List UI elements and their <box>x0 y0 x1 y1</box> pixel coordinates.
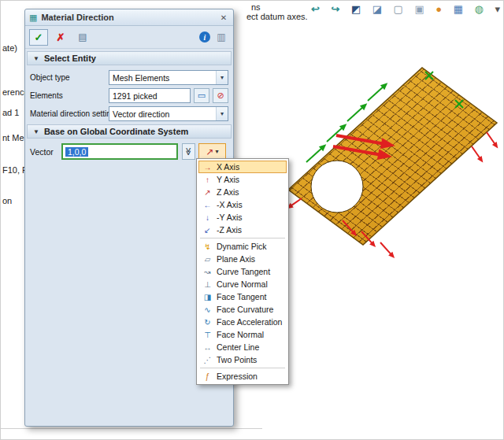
shaded-view-icon[interactable]: ◪ <box>372 2 382 17</box>
menu-separator <box>200 368 285 368</box>
vector-label: Vector <box>30 147 61 157</box>
menu-item-center-line[interactable]: ↔ Center Line <box>198 341 287 353</box>
clear-selection-icon[interactable]: ⊘ <box>213 88 228 103</box>
neg-z-axis-icon: ↙ <box>202 226 213 235</box>
menu-item-label: Y Axis <box>217 175 239 184</box>
menu-item-two-points[interactable]: ⋰ Two Points <box>198 353 287 366</box>
two-points-icon: ⋰ <box>202 356 213 364</box>
section-select-entity[interactable]: ▼ Select Entity <box>27 51 232 65</box>
menu-item-face-tangent[interactable]: ◨ Face Tangent <box>198 290 287 303</box>
constraint-arrow-green <box>365 80 390 103</box>
section-base-coordinate-system[interactable]: ▼ Base on Global Coordinate System <box>27 124 232 139</box>
menu-item-curve-normal[interactable]: ⊥ Curve Normal <box>198 278 287 290</box>
apply-button[interactable]: ▤ <box>73 29 92 46</box>
cancel-button[interactable]: ✗ <box>51 29 70 46</box>
report-icon[interactable]: ▥ <box>213 29 229 46</box>
menu-item-z-axis[interactable]: ↗ Z Axis <box>198 186 287 198</box>
menu-item-label: Plane Axis <box>217 254 255 264</box>
menu-item-plane-axis[interactable]: ▱ Plane Axis <box>198 253 287 265</box>
direction-setting-label: Material direction setting <box>30 109 109 118</box>
neg-y-axis-icon: ↓ <box>202 213 213 222</box>
face-tangent-icon: ◨ <box>202 293 213 301</box>
expression-icon: ƒ <box>202 372 213 381</box>
menu-item-label: Dynamic Pick <box>217 242 267 251</box>
render-style-icon[interactable]: ● <box>435 2 442 17</box>
x-axis-icon: → <box>202 163 213 172</box>
menu-item-label: -Z Axis <box>217 225 242 235</box>
grid-display-icon[interactable]: ▦ <box>454 2 463 17</box>
menu-item-y-axis[interactable]: ↑ Y Axis <box>198 173 287 186</box>
chevron-down-icon: ▾ <box>216 148 219 155</box>
menu-item-x-axis[interactable]: → X Axis <box>198 161 287 173</box>
direction-setting-value: Vector direction <box>109 109 216 119</box>
face-normal-icon: ⊤ <box>202 331 213 339</box>
menu-item-curve-tangent[interactable]: ↝ Curve Tangent <box>198 265 287 278</box>
menu-item-label: X Axis <box>217 162 239 172</box>
view-cube-icon[interactable]: ◩ <box>351 2 361 17</box>
menu-item-neg-y-axis[interactable]: ↓ -Y Axis <box>198 211 287 224</box>
y-axis-icon: ↑ <box>202 176 213 184</box>
truncated-text-left-6: on <box>2 196 12 205</box>
chevron-down-icon: ▾ <box>216 71 228 84</box>
dialog-titlebar[interactable]: ▦ Material Direction ✕ <box>25 9 233 26</box>
dialog-action-bar: ✓ ✗ ▤ i ▥ <box>25 26 233 49</box>
elements-field[interactable]: 1291 picked <box>109 88 191 103</box>
menu-item-label: Face Curvature <box>217 305 273 314</box>
face-acceleration-icon: ↻ <box>202 318 213 327</box>
menu-item-label: Expression <box>217 372 258 381</box>
menu-item-neg-x-axis[interactable]: ← -X Axis <box>198 198 287 211</box>
plane-axis-icon: ▱ <box>202 255 213 264</box>
section-title: Base on Global Coordinate System <box>44 127 188 136</box>
vector-row: Vector 1,0,0 ≫ ↗ ▾ <box>30 143 228 160</box>
menu-item-face-acceleration[interactable]: ↻ Face Acceleration <box>198 316 287 328</box>
more-views-icon[interactable]: ▾ <box>495 2 500 17</box>
menu-item-neg-z-axis[interactable]: ↙ -Z Axis <box>198 224 287 236</box>
object-type-row: Object type Mesh Elements ▾ <box>30 70 228 85</box>
truncated-text-left-1: ate) <box>2 43 17 53</box>
menu-item-face-curvature[interactable]: ∿ Face Curvature <box>198 303 287 316</box>
close-icon[interactable]: ✕ <box>218 13 229 22</box>
menu-item-label: Face Tangent <box>217 292 266 301</box>
z-axis-icon: ↗ <box>202 188 213 197</box>
select-elements-icon[interactable]: ▭ <box>194 88 209 103</box>
info-icon[interactable]: i <box>199 31 210 43</box>
truncated-text-top-1: ns <box>251 2 261 12</box>
vector-method-button[interactable]: ↗ ▾ <box>198 143 226 160</box>
object-type-label: Object type <box>30 73 109 82</box>
load-arrow-red-small <box>378 241 396 261</box>
menu-item-label: Curve Tangent <box>217 267 270 276</box>
collapse-triangle-icon: ▼ <box>33 55 39 62</box>
dialog-title: Material Direction <box>41 13 214 22</box>
menu-item-label: -Y Axis <box>217 213 242 222</box>
mesh-plate[interactable] <box>261 44 504 288</box>
direction-setting-row: Material direction setting Vector direct… <box>30 106 228 121</box>
curve-normal-icon: ⊥ <box>202 280 213 289</box>
object-type-select[interactable]: Mesh Elements ▾ <box>109 70 228 85</box>
load-arrow-red-small <box>469 145 485 164</box>
menu-item-label: Z Axis <box>217 187 239 197</box>
menu-separator <box>200 238 285 238</box>
reverse-direction-button[interactable]: ≫ <box>182 143 195 160</box>
wireframe-view-icon[interactable]: ▢ <box>394 2 403 17</box>
vector-value-selected: 1,0,0 <box>65 147 88 157</box>
ok-button[interactable]: ✓ <box>29 29 48 46</box>
orient-back-icon[interactable]: ↩ <box>311 2 320 17</box>
vector-input[interactable]: 1,0,0 <box>61 143 178 160</box>
truncated-text-left-3: ad 1 <box>2 108 19 117</box>
menu-item-label: Face Normal <box>217 330 264 339</box>
panel-bottom-border <box>1 428 262 429</box>
direction-setting-select[interactable]: Vector direction ▾ <box>109 106 228 121</box>
face-view-icon[interactable]: ▣ <box>414 2 424 17</box>
select-entity-body: Object type Mesh Elements ▾ Elements 129… <box>25 67 233 121</box>
elements-row: Elements 1291 picked ▭ ⊘ <box>30 88 228 103</box>
menu-item-label: Curve Normal <box>217 279 268 289</box>
material-display-icon[interactable]: ◍ <box>475 2 484 17</box>
orient-forward-icon[interactable]: ↪ <box>331 2 339 17</box>
menu-item-expression[interactable]: ƒ Expression <box>198 370 287 383</box>
object-type-value: Mesh Elements <box>109 73 216 83</box>
view-toolbar: ↩ ↪ ◩ ◪ ▢ ▣ ● ▦ ◍ ▾ <box>311 2 500 17</box>
menu-item-label: Two Points <box>217 355 257 364</box>
load-arrow-red-small <box>484 131 500 150</box>
menu-item-face-normal[interactable]: ⊤ Face Normal <box>198 328 287 341</box>
menu-item-dynamic-pick[interactable]: ↯ Dynamic Pick <box>198 240 287 253</box>
